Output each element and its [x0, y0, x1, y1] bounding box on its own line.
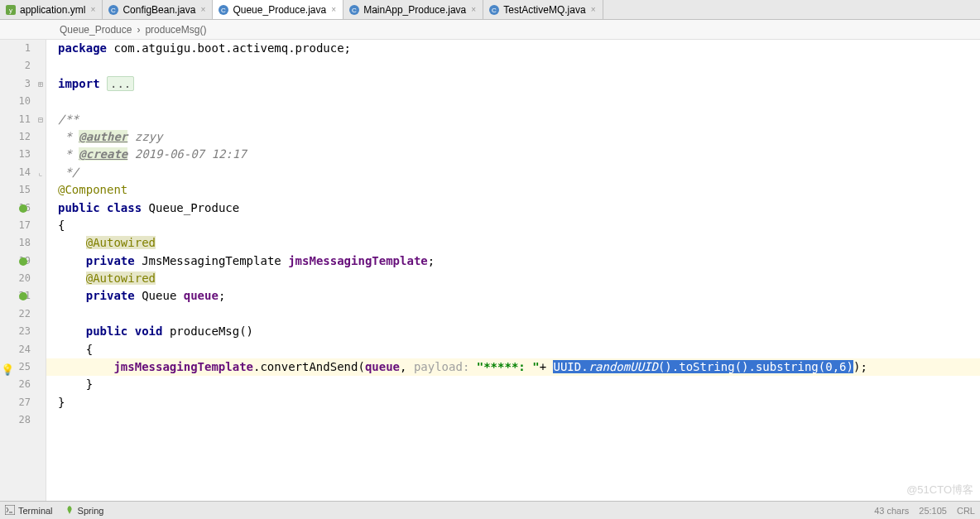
tab-label: application.yml: [20, 4, 85, 16]
line-number: 25 💡: [0, 358, 31, 376]
line-number: 26: [0, 376, 31, 393]
code-annotation: @Component: [58, 183, 127, 196]
close-icon[interactable]: ×: [199, 6, 207, 14]
breadcrumb: Queue_Produce › produceMsg(): [0, 20, 980, 40]
code-annotation: @Autowired: [86, 272, 156, 285]
close-icon[interactable]: ×: [589, 6, 598, 14]
spring-leaf-icon: [65, 505, 74, 517]
line-number: 28: [0, 411, 31, 429]
line-number: 2: [0, 57, 31, 74]
breadcrumb-method[interactable]: produceMsg(): [145, 24, 206, 36]
tab-label: ConfigBean.java: [122, 4, 195, 16]
line-ending: CRL: [957, 506, 975, 516]
line-number: 17: [0, 217, 31, 234]
svg-text:C: C: [352, 7, 357, 14]
code-field: jmsMessagingTemplate: [288, 254, 428, 267]
code-keyword: public: [86, 324, 128, 338]
folded-region[interactable]: ...: [107, 76, 134, 91]
tab-configbean[interactable]: C ConfigBean.java ×: [103, 0, 213, 19]
svg-rect-13: [5, 505, 15, 515]
svg-point-10: [19, 204, 27, 213]
line-number-gutter: 1 2 3 10 11 12 13 14 15 16 17 18 19 20 2…: [0, 40, 46, 501]
line-number: 18: [0, 234, 31, 252]
code-annotation: @Autowired: [86, 236, 156, 249]
close-icon[interactable]: ×: [469, 6, 478, 14]
code-comment: 2019-06-07 12:17: [127, 147, 246, 161]
code-comment: zzyy: [127, 130, 162, 143]
intention-bulb-icon[interactable]: 💡: [1, 361, 14, 378]
line-number: 13: [0, 146, 31, 163]
breadcrumb-separator: ›: [137, 24, 140, 36]
spring-bean-icon[interactable]: [17, 203, 29, 214]
line-number: 19: [0, 252, 31, 270]
svg-text:C: C: [492, 7, 497, 14]
breadcrumb-class[interactable]: Queue_Produce: [60, 24, 132, 36]
svg-text:y: y: [9, 7, 12, 14]
terminal-icon: [5, 505, 15, 517]
selection: UUID.randomUUID().toString().substring(0…: [553, 360, 853, 373]
line-number: 22: [0, 305, 31, 323]
code-keyword: private: [86, 254, 135, 267]
code-comment: */: [58, 166, 79, 179]
fold-expand-icon[interactable]: ⊞: [36, 75, 45, 93]
code-text: JmsMessagingTemplate: [135, 254, 288, 267]
close-icon[interactable]: ×: [329, 6, 338, 14]
tab-application-yml[interactable]: y application.yml ×: [0, 0, 103, 19]
editor-main: 1 2 3 10 11 12 13 14 15 16 17 18 19 20 2…: [0, 40, 980, 501]
svg-point-11: [19, 257, 27, 266]
code-string: "*****: ": [477, 360, 540, 373]
java-class-icon: C: [108, 4, 119, 16]
svg-text:C: C: [222, 7, 227, 14]
code-text: produceMsg(): [162, 324, 253, 338]
code-keyword: private: [86, 289, 135, 302]
code-text: );: [853, 360, 867, 373]
tab-mainapp-produce[interactable]: C MainApp_Produce.java ×: [343, 0, 483, 19]
watermark-text: @51CTO博客: [906, 483, 973, 497]
fold-end-icon[interactable]: ⌞: [36, 164, 45, 181]
line-number: 27: [0, 394, 31, 411]
tab-testactivemq[interactable]: C TestActiveMQ.java ×: [483, 0, 603, 19]
code-field: queue: [365, 360, 400, 373]
spring-bean-icon[interactable]: [17, 256, 29, 267]
line-number: 1: [0, 40, 31, 57]
caret-position: 25:105: [919, 506, 947, 516]
code-keyword: import: [58, 77, 100, 90]
bottom-status-bar: Terminal Spring 43 chars 25:105 CRL: [0, 501, 980, 519]
tool-label: Spring: [78, 506, 104, 516]
java-class-icon: C: [488, 4, 500, 16]
code-text: Queue: [135, 289, 184, 302]
code-editor[interactable]: package com.atguigu.boot.activemq.produc…: [46, 40, 980, 501]
code-field: jmsMessagingTemplate: [113, 360, 253, 373]
code-text: +: [540, 360, 554, 373]
code-doc-tag: @auther: [79, 130, 127, 143]
code-text: com.atguigu.boot.activemq.produce;: [107, 41, 351, 55]
code-text: .convertAndSend(: [253, 360, 365, 373]
code-text: }: [58, 396, 65, 409]
code-doc-tag: @create: [79, 147, 127, 161]
spring-bean-icon[interactable]: [17, 291, 29, 302]
line-number: 23: [0, 323, 31, 340]
line-number: 14: [0, 164, 31, 181]
tab-label: MainApp_Produce.java: [363, 4, 466, 16]
java-class-icon: C: [348, 4, 360, 16]
tab-queue-produce[interactable]: C Queue_Produce.java ×: [213, 0, 343, 19]
svg-point-12: [19, 292, 27, 300]
code-text: {: [58, 219, 65, 232]
selection-chars: 43 chars: [874, 506, 909, 516]
yml-file-icon: y: [5, 4, 17, 16]
code-keyword: void: [135, 324, 163, 338]
code-text: {: [86, 343, 93, 356]
terminal-tool-button[interactable]: Terminal: [5, 505, 53, 517]
line-number: 11: [0, 111, 31, 128]
editor-tabs: y application.yml × C ConfigBean.java × …: [0, 0, 980, 20]
svg-text:C: C: [111, 7, 116, 14]
tab-label: TestActiveMQ.java: [503, 4, 585, 16]
fold-collapse-icon[interactable]: ⊟: [36, 111, 45, 128]
tab-label: Queue_Produce.java: [233, 4, 326, 16]
spring-tool-button[interactable]: Spring: [65, 505, 104, 517]
close-icon[interactable]: ×: [89, 6, 97, 14]
code-text: Queue_Produce: [142, 201, 239, 214]
code-field: queue: [184, 289, 219, 302]
line-number: 20: [0, 270, 31, 287]
tool-label: Terminal: [18, 506, 53, 516]
